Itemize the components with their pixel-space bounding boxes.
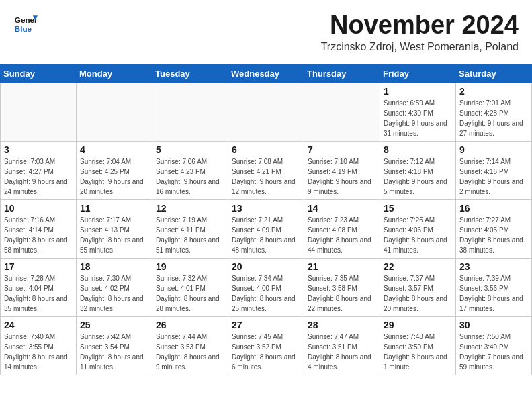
day-number: 20 [232,261,300,272]
calendar-body: 1Sunrise: 6:59 AM Sunset: 4:30 PM Daylig… [1,83,532,375]
calendar-day-cell [77,83,152,142]
day-number: 28 [308,320,376,330]
calendar-day-cell: 27Sunrise: 7:45 AM Sunset: 3:52 PM Dayli… [228,317,304,375]
day-number: 12 [156,203,224,214]
calendar-day-cell: 6Sunrise: 7:08 AM Sunset: 4:21 PM Daylig… [228,142,304,200]
calendar-day-cell [152,83,228,142]
day-info: Sunrise: 7:01 AM Sunset: 4:28 PM Dayligh… [459,98,528,138]
calendar-day-cell: 10Sunrise: 7:16 AM Sunset: 4:14 PM Dayli… [1,200,77,259]
day-info: Sunrise: 7:28 AM Sunset: 4:04 PM Dayligh… [4,273,73,314]
logo: General Blue [13,11,40,35]
day-info: Sunrise: 7:34 AM Sunset: 4:00 PM Dayligh… [232,273,300,314]
day-info: Sunrise: 6:59 AM Sunset: 4:30 PM Dayligh… [384,98,452,138]
day-number: 10 [4,203,73,214]
svg-text:Blue: Blue [15,24,32,33]
calendar-day-cell: 12Sunrise: 7:19 AM Sunset: 4:11 PM Dayli… [152,200,228,259]
day-number: 24 [4,320,73,330]
calendar-day-cell: 20Sunrise: 7:34 AM Sunset: 4:00 PM Dayli… [228,259,304,317]
day-info: Sunrise: 7:45 AM Sunset: 3:52 PM Dayligh… [232,332,300,372]
calendar-day-cell: 16Sunrise: 7:27 AM Sunset: 4:05 PM Dayli… [456,200,532,259]
weekday-header-cell: Saturday [456,64,532,83]
day-info: Sunrise: 7:21 AM Sunset: 4:09 PM Dayligh… [232,215,300,255]
calendar-day-cell [304,83,380,142]
logo-icon: General Blue [13,11,38,35]
day-number: 14 [308,203,376,214]
day-number: 30 [459,320,528,330]
calendar-day-cell: 11Sunrise: 7:17 AM Sunset: 4:13 PM Dayli… [77,200,152,259]
day-info: Sunrise: 7:10 AM Sunset: 4:19 PM Dayligh… [308,156,376,197]
day-info: Sunrise: 7:39 AM Sunset: 3:56 PM Dayligh… [459,273,528,314]
day-info: Sunrise: 7:19 AM Sunset: 4:11 PM Dayligh… [156,215,224,255]
day-info: Sunrise: 7:16 AM Sunset: 4:14 PM Dayligh… [4,215,73,255]
day-info: Sunrise: 7:40 AM Sunset: 3:55 PM Dayligh… [4,332,73,372]
calendar-day-cell: 21Sunrise: 7:35 AM Sunset: 3:58 PM Dayli… [304,259,380,317]
day-info: Sunrise: 7:04 AM Sunset: 4:25 PM Dayligh… [80,156,148,197]
day-info: Sunrise: 7:32 AM Sunset: 4:01 PM Dayligh… [156,273,224,314]
calendar-day-cell: 5Sunrise: 7:06 AM Sunset: 4:23 PM Daylig… [152,142,228,200]
day-number: 23 [459,261,528,272]
day-number: 13 [232,203,300,214]
calendar-day-cell: 30Sunrise: 7:50 AM Sunset: 3:49 PM Dayli… [456,317,532,375]
day-number: 22 [384,261,452,272]
day-number: 15 [384,203,452,214]
calendar-week-row: 10Sunrise: 7:16 AM Sunset: 4:14 PM Dayli… [1,200,532,259]
day-info: Sunrise: 7:48 AM Sunset: 3:50 PM Dayligh… [384,332,452,372]
weekday-header-cell: Thursday [304,64,380,83]
day-number: 11 [80,203,148,214]
day-info: Sunrise: 7:12 AM Sunset: 4:18 PM Dayligh… [384,156,452,197]
day-info: Sunrise: 7:14 AM Sunset: 4:16 PM Dayligh… [459,156,528,197]
calendar-day-cell: 25Sunrise: 7:42 AM Sunset: 3:54 PM Dayli… [77,317,152,375]
day-number: 16 [459,203,528,214]
weekday-header-cell: Sunday [1,64,77,83]
calendar-day-cell: 4Sunrise: 7:04 AM Sunset: 4:25 PM Daylig… [77,142,152,200]
calendar-day-cell: 17Sunrise: 7:28 AM Sunset: 4:04 PM Dayli… [1,259,77,317]
calendar-table: SundayMondayTuesdayWednesdayThursdayFrid… [0,64,532,375]
day-info: Sunrise: 7:27 AM Sunset: 4:05 PM Dayligh… [459,215,528,255]
day-info: Sunrise: 7:06 AM Sunset: 4:23 PM Dayligh… [156,156,224,197]
location: Trzcinsko Zdroj, West Pomerania, Poland [13,41,519,53]
day-number: 19 [156,261,224,272]
day-number: 21 [308,261,376,272]
weekday-header-cell: Friday [380,64,456,83]
calendar-day-cell: 14Sunrise: 7:23 AM Sunset: 4:08 PM Dayli… [304,200,380,259]
day-info: Sunrise: 7:47 AM Sunset: 3:51 PM Dayligh… [308,332,376,372]
weekday-header-cell: Tuesday [152,64,228,83]
day-info: Sunrise: 7:25 AM Sunset: 4:06 PM Dayligh… [384,215,452,255]
calendar-header-row: SundayMondayTuesdayWednesdayThursdayFrid… [1,64,532,83]
calendar-day-cell: 29Sunrise: 7:48 AM Sunset: 3:50 PM Dayli… [380,317,456,375]
calendar-day-cell: 9Sunrise: 7:14 AM Sunset: 4:16 PM Daylig… [456,142,532,200]
calendar-week-row: 24Sunrise: 7:40 AM Sunset: 3:55 PM Dayli… [1,317,532,375]
calendar-day-cell: 1Sunrise: 6:59 AM Sunset: 4:30 PM Daylig… [380,83,456,142]
day-info: Sunrise: 7:35 AM Sunset: 3:58 PM Dayligh… [308,273,376,314]
weekday-header-cell: Wednesday [228,64,304,83]
calendar-day-cell [228,83,304,142]
calendar-day-cell: 2Sunrise: 7:01 AM Sunset: 4:28 PM Daylig… [456,83,532,142]
calendar-day-cell: 18Sunrise: 7:30 AM Sunset: 4:02 PM Dayli… [77,259,152,317]
calendar-day-cell [1,83,77,142]
calendar-day-cell: 8Sunrise: 7:12 AM Sunset: 4:18 PM Daylig… [380,142,456,200]
calendar-day-cell: 15Sunrise: 7:25 AM Sunset: 4:06 PM Dayli… [380,200,456,259]
day-info: Sunrise: 7:44 AM Sunset: 3:53 PM Dayligh… [156,332,224,372]
calendar-day-cell: 13Sunrise: 7:21 AM Sunset: 4:09 PM Dayli… [228,200,304,259]
day-number: 5 [156,144,224,155]
day-number: 25 [80,320,148,330]
calendar-day-cell: 28Sunrise: 7:47 AM Sunset: 3:51 PM Dayli… [304,317,380,375]
weekday-header-cell: Monday [77,64,152,83]
calendar-day-cell: 3Sunrise: 7:03 AM Sunset: 4:27 PM Daylig… [1,142,77,200]
page-header: General Blue November 2024 Trzcinsko Zdr… [0,0,532,58]
calendar-day-cell: 23Sunrise: 7:39 AM Sunset: 3:56 PM Dayli… [456,259,532,317]
month-title: November 2024 [13,11,519,40]
day-info: Sunrise: 7:37 AM Sunset: 3:57 PM Dayligh… [384,273,452,314]
day-number: 8 [384,144,452,155]
calendar-day-cell: 7Sunrise: 7:10 AM Sunset: 4:19 PM Daylig… [304,142,380,200]
day-number: 2 [459,86,528,97]
calendar-week-row: 1Sunrise: 6:59 AM Sunset: 4:30 PM Daylig… [1,83,532,142]
day-number: 4 [80,144,148,155]
day-info: Sunrise: 7:42 AM Sunset: 3:54 PM Dayligh… [80,332,148,372]
day-number: 17 [4,261,73,272]
day-info: Sunrise: 7:30 AM Sunset: 4:02 PM Dayligh… [80,273,148,314]
day-number: 27 [232,320,300,330]
day-number: 26 [156,320,224,330]
day-number: 6 [232,144,300,155]
calendar-day-cell: 22Sunrise: 7:37 AM Sunset: 3:57 PM Dayli… [380,259,456,317]
